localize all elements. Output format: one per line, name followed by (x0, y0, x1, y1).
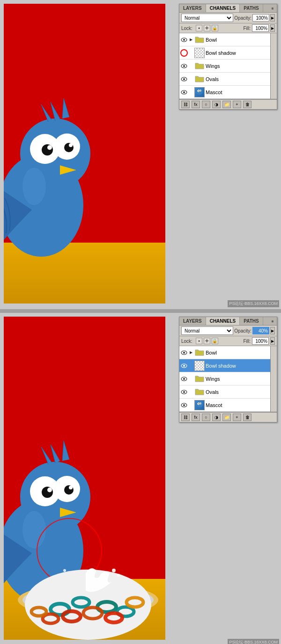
svg-point-70 (183, 378, 185, 380)
tab-paths-1[interactable]: PATHS (240, 4, 263, 12)
eye-icon-mascot-2[interactable] (180, 401, 188, 409)
layer-name-wings-2: Wings (206, 376, 276, 382)
layer-item-bowl-shadow-2[interactable]: Bowl shadow (179, 359, 277, 372)
svg-point-34 (183, 91, 185, 93)
fill-arrow-1[interactable]: ▶ (270, 24, 275, 32)
fill-input-1[interactable] (252, 24, 269, 32)
add-mask-button-1[interactable]: ○ (202, 101, 210, 108)
layer-arrow-shadow-1[interactable] (189, 49, 193, 57)
layers-list-2: ▶ Bowl Bowl shadow ▶ (179, 346, 277, 412)
lock-pixels-icon-1[interactable]: ▪ (196, 25, 202, 31)
opacity-input-2[interactable] (252, 327, 269, 334)
lock-pixels-icon-2[interactable]: ▪ (196, 338, 202, 344)
lock-position-icon-2[interactable]: ✛ (204, 338, 210, 344)
eye-icon-mascot-1[interactable] (180, 89, 188, 96)
layers-panel-1: LAYERS CHANNELS PATHS ≡ Normal Opacity: … (179, 4, 277, 110)
tab-paths-2[interactable]: PATHS (240, 317, 263, 325)
blend-mode-select-1[interactable]: Normal (181, 14, 233, 22)
folder-thumb-bowl-2 (194, 348, 205, 358)
layer-arrow-shadow-2[interactable] (189, 362, 193, 370)
watermark-2: PS论坛·BBS.16XX8.COM (228, 639, 279, 644)
layer-scrollbar-2[interactable] (270, 346, 277, 412)
panel-menu-button-2[interactable]: ≡ (269, 318, 276, 325)
add-layer-button-1[interactable]: + (233, 101, 241, 108)
opacity-arrow-1[interactable]: ▶ (270, 14, 275, 22)
layer-scrollbar-1[interactable] (270, 33, 277, 99)
tab-channels-2[interactable]: CHANNELS (206, 317, 240, 325)
eye-icon-bowl-2[interactable] (180, 349, 188, 356)
svg-point-30 (183, 65, 185, 67)
eye-icon-bowl-1[interactable] (180, 36, 188, 44)
fill-label-2: Fill: (243, 339, 251, 344)
svg-point-72 (183, 391, 185, 393)
canvas-background-2 (4, 317, 165, 640)
lock-all-icon-1[interactable]: 🔒 (212, 25, 218, 31)
lock-all-icon-2[interactable]: 🔒 (212, 338, 218, 344)
svg-point-48 (22, 511, 46, 548)
tab-layers-1[interactable]: LAYERS (179, 4, 206, 12)
layer-name-bowl-2: Bowl (206, 350, 276, 355)
svg-point-74 (183, 404, 185, 406)
add-style-button-2[interactable]: fx (192, 414, 200, 421)
panel-tabs-2: LAYERS CHANNELS PATHS ≡ (179, 317, 277, 326)
layer-item-wings-1[interactable]: ▶ Wings (179, 59, 277, 73)
layer-name-bowl-1: Bowl (206, 37, 276, 43)
fill-input-2[interactable] (252, 337, 269, 345)
svg-point-47 (69, 486, 73, 489)
add-style-button-1[interactable]: fx (192, 101, 200, 108)
layer-arrow-bowl-1[interactable]: ▶ (189, 36, 193, 44)
opacity-arrow-2[interactable]: ▶ (270, 327, 275, 334)
delete-layer-button-2[interactable]: 🗑 (243, 414, 251, 421)
svg-point-6 (47, 145, 52, 150)
svg-point-78 (199, 403, 200, 404)
svg-point-39 (200, 90, 201, 91)
tab-channels-1[interactable]: CHANNELS (206, 4, 240, 12)
eye-icon-bowl-shadow-1[interactable] (180, 49, 188, 57)
layer-item-ovals-2[interactable]: ▶ Ovals (179, 385, 277, 399)
add-mask-button-2[interactable]: ○ (202, 414, 210, 421)
layer-item-bowl-shadow-1[interactable]: Bowl shadow (179, 46, 277, 59)
fill-arrow-2[interactable]: ▶ (270, 337, 275, 345)
panel-tabs-1: LAYERS CHANNELS PATHS ≡ (179, 4, 277, 13)
add-adjustment-button-1[interactable]: ◑ (212, 101, 221, 108)
watermark-1: PS论坛·BBS.16XX8.COM (228, 300, 279, 307)
delete-layer-button-1[interactable]: 🗑 (243, 101, 251, 108)
layer-item-bowl-1[interactable]: ▶ Bowl (179, 33, 277, 46)
layer-item-wings-2[interactable]: ▶ Wings (179, 372, 277, 385)
link-layers-button-2[interactable]: ⛓ (181, 414, 190, 421)
layer-item-bowl-2[interactable]: ▶ Bowl (179, 346, 277, 359)
bowl-svg-2 (13, 565, 163, 640)
blend-opacity-row-2: Normal Opacity: ▶ (179, 326, 277, 336)
opacity-input-1[interactable] (252, 14, 269, 22)
layer-item-ovals-1[interactable]: ▶ Ovals (179, 73, 277, 86)
add-folder-button-1[interactable]: 📁 (222, 101, 231, 108)
eye-icon-wings-2[interactable] (180, 375, 188, 383)
lock-position-icon-1[interactable]: ✛ (204, 25, 210, 31)
svg-point-7 (69, 143, 73, 147)
svg-point-79 (200, 403, 201, 404)
svg-point-8 (22, 168, 46, 205)
layer-item-mascot-1[interactable]: ▶ Mascot (179, 86, 277, 99)
blend-mode-select-2[interactable]: Normal (181, 326, 233, 335)
add-layer-button-2[interactable]: + (233, 414, 241, 421)
red-circle-indicator-1 (180, 49, 188, 57)
svg-point-66 (183, 352, 185, 354)
add-folder-button-2[interactable]: 📁 (222, 414, 231, 421)
link-layers-button-1[interactable]: ⛓ (181, 101, 190, 108)
layer-name-ovals-2: Ovals (206, 389, 276, 395)
panel-menu-button-1[interactable]: ≡ (269, 5, 276, 12)
layer-arrow-bowl-2[interactable]: ▶ (189, 349, 193, 356)
layer-thumb-mascot-1 (194, 87, 205, 97)
eye-icon-wings-1[interactable] (180, 62, 188, 70)
eye-icon-ovals-1[interactable] (180, 75, 188, 83)
canvas-area-2: LAYERS CHANNELS PATHS ≡ Normal Opacity: … (0, 313, 281, 644)
layers-list-1: ▶ Bowl Bowl shadow ▶ (179, 33, 277, 99)
eye-icon-ovals-2[interactable] (180, 388, 188, 396)
folder-thumb-bowl-1 (194, 35, 205, 45)
add-adjustment-button-2[interactable]: ◑ (212, 414, 221, 421)
layers-panel-2: LAYERS CHANNELS PATHS ≡ Normal Opacity: … (179, 317, 277, 422)
eye-icon-bowl-shadow-2[interactable] (180, 362, 188, 370)
layer-item-mascot-2[interactable]: ▶ Mascot (179, 399, 277, 412)
svg-point-62 (112, 569, 116, 572)
tab-layers-2[interactable]: LAYERS (179, 317, 206, 325)
